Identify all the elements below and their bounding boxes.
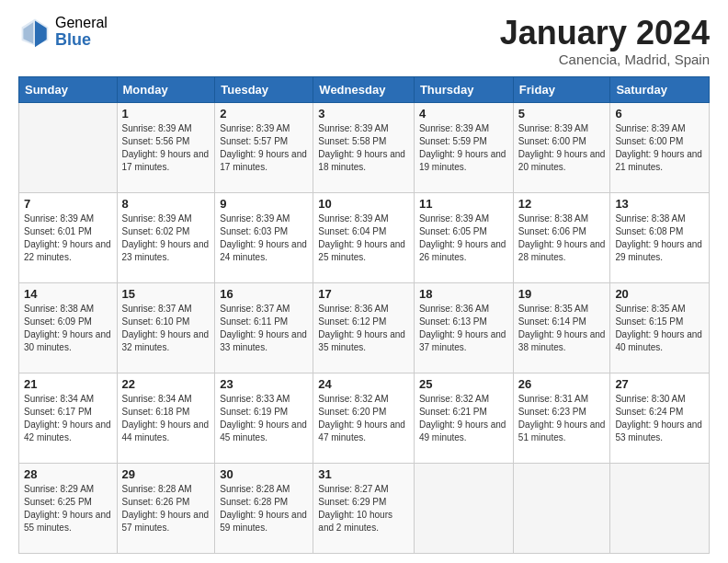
calendar-cell: 27 Sunrise: 8:30 AMSunset: 6:24 PMDaylig… xyxy=(610,373,710,463)
day-number: 28 xyxy=(24,467,112,481)
day-number: 25 xyxy=(419,377,508,391)
weekday-header-friday: Friday xyxy=(513,76,610,102)
calendar-cell: 17 Sunrise: 8:36 AMSunset: 6:12 PMDaylig… xyxy=(313,282,415,373)
calendar-cell: 14 Sunrise: 8:38 AMSunset: 6:09 PMDaylig… xyxy=(19,282,118,373)
day-number: 3 xyxy=(318,107,409,121)
day-info: Sunrise: 8:36 AMSunset: 6:13 PMDaylight:… xyxy=(419,304,506,352)
day-number: 23 xyxy=(220,377,308,391)
calendar-cell: 7 Sunrise: 8:39 AMSunset: 6:01 PMDayligh… xyxy=(19,192,118,282)
calendar-cell: 11 Sunrise: 8:39 AMSunset: 6:05 PMDaylig… xyxy=(414,192,513,282)
calendar-week-row: 21 Sunrise: 8:34 AMSunset: 6:17 PMDaylig… xyxy=(19,373,710,463)
day-number: 13 xyxy=(615,197,704,211)
calendar-cell: 19 Sunrise: 8:35 AMSunset: 6:14 PMDaylig… xyxy=(513,282,610,373)
calendar-week-row: 28 Sunrise: 8:29 AMSunset: 6:25 PMDaylig… xyxy=(19,463,710,553)
month-title: January 2024 xyxy=(500,15,710,52)
logo-blue: Blue xyxy=(55,31,108,50)
calendar-cell: 30 Sunrise: 8:28 AMSunset: 6:28 PMDaylig… xyxy=(215,463,313,553)
calendar-cell: 24 Sunrise: 8:32 AMSunset: 6:20 PMDaylig… xyxy=(313,373,415,463)
calendar-table: SundayMondayTuesdayWednesdayThursdayFrid… xyxy=(18,76,710,554)
logo-general: General xyxy=(55,15,108,31)
weekday-header-tuesday: Tuesday xyxy=(215,76,313,102)
logo-text: General Blue xyxy=(55,15,108,49)
day-number: 21 xyxy=(24,377,112,391)
calendar-cell: 31 Sunrise: 8:27 AMSunset: 6:29 PMDaylig… xyxy=(313,463,415,553)
calendar-cell: 21 Sunrise: 8:34 AMSunset: 6:17 PMDaylig… xyxy=(19,373,118,463)
day-info: Sunrise: 8:38 AMSunset: 6:06 PMDaylight:… xyxy=(518,213,606,262)
logo: General Blue xyxy=(18,15,108,49)
day-number: 24 xyxy=(318,377,409,391)
calendar-cell: 29 Sunrise: 8:28 AMSunset: 6:26 PMDaylig… xyxy=(117,463,215,553)
day-info: Sunrise: 8:33 AMSunset: 6:19 PMDaylight:… xyxy=(220,394,307,442)
day-info: Sunrise: 8:39 AMSunset: 5:56 PMDaylight:… xyxy=(122,123,210,172)
day-info: Sunrise: 8:34 AMSunset: 6:17 PMDaylight:… xyxy=(24,394,111,442)
day-info: Sunrise: 8:29 AMSunset: 6:25 PMDaylight:… xyxy=(24,484,111,533)
weekday-header-saturday: Saturday xyxy=(610,76,710,102)
day-info: Sunrise: 8:36 AMSunset: 6:12 PMDaylight:… xyxy=(318,304,405,352)
day-info: Sunrise: 8:39 AMSunset: 6:01 PMDaylight:… xyxy=(24,213,111,262)
day-info: Sunrise: 8:35 AMSunset: 6:15 PMDaylight:… xyxy=(615,304,702,352)
day-info: Sunrise: 8:38 AMSunset: 6:09 PMDaylight:… xyxy=(24,304,111,352)
day-number: 1 xyxy=(122,107,210,121)
day-number: 7 xyxy=(24,197,112,211)
calendar-cell: 26 Sunrise: 8:31 AMSunset: 6:23 PMDaylig… xyxy=(513,373,610,463)
day-number: 31 xyxy=(318,467,409,481)
calendar-cell: 8 Sunrise: 8:39 AMSunset: 6:02 PMDayligh… xyxy=(117,192,215,282)
day-info: Sunrise: 8:32 AMSunset: 6:20 PMDaylight:… xyxy=(318,394,405,442)
day-info: Sunrise: 8:34 AMSunset: 6:18 PMDaylight:… xyxy=(122,394,210,442)
day-info: Sunrise: 8:39 AMSunset: 6:00 PMDaylight:… xyxy=(615,123,702,172)
day-number: 17 xyxy=(318,287,409,301)
weekday-header-monday: Monday xyxy=(117,76,215,102)
day-info: Sunrise: 8:28 AMSunset: 6:26 PMDaylight:… xyxy=(122,484,210,533)
day-info: Sunrise: 8:39 AMSunset: 5:59 PMDaylight:… xyxy=(419,123,506,172)
day-number: 6 xyxy=(615,107,704,121)
calendar-page: General Blue January 2024 Canencia, Madr… xyxy=(0,0,728,563)
calendar-cell: 5 Sunrise: 8:39 AMSunset: 6:00 PMDayligh… xyxy=(513,102,610,192)
day-number: 9 xyxy=(220,197,308,211)
calendar-cell: 4 Sunrise: 8:39 AMSunset: 5:59 PMDayligh… xyxy=(414,102,513,192)
calendar-cell: 2 Sunrise: 8:39 AMSunset: 5:57 PMDayligh… xyxy=(215,102,313,192)
title-block: January 2024 Canencia, Madrid, Spain xyxy=(500,15,710,67)
calendar-cell: 3 Sunrise: 8:39 AMSunset: 5:58 PMDayligh… xyxy=(313,102,415,192)
day-number: 19 xyxy=(518,287,606,301)
day-info: Sunrise: 8:32 AMSunset: 6:21 PMDaylight:… xyxy=(419,394,506,442)
calendar-week-row: 7 Sunrise: 8:39 AMSunset: 6:01 PMDayligh… xyxy=(19,192,710,282)
calendar-cell: 23 Sunrise: 8:33 AMSunset: 6:19 PMDaylig… xyxy=(215,373,313,463)
calendar-cell xyxy=(19,102,118,192)
calendar-cell: 18 Sunrise: 8:36 AMSunset: 6:13 PMDaylig… xyxy=(414,282,513,373)
day-number: 5 xyxy=(518,107,606,121)
day-info: Sunrise: 8:39 AMSunset: 6:00 PMDaylight:… xyxy=(518,123,606,172)
day-info: Sunrise: 8:35 AMSunset: 6:14 PMDaylight:… xyxy=(518,304,606,352)
day-info: Sunrise: 8:38 AMSunset: 6:08 PMDaylight:… xyxy=(615,213,702,262)
day-number: 14 xyxy=(24,287,112,301)
calendar-week-row: 14 Sunrise: 8:38 AMSunset: 6:09 PMDaylig… xyxy=(19,282,710,373)
calendar-cell: 12 Sunrise: 8:38 AMSunset: 6:06 PMDaylig… xyxy=(513,192,610,282)
day-number: 18 xyxy=(419,287,508,301)
day-number: 2 xyxy=(220,107,308,121)
calendar-cell: 6 Sunrise: 8:39 AMSunset: 6:00 PMDayligh… xyxy=(610,102,710,192)
day-number: 30 xyxy=(220,467,308,481)
day-info: Sunrise: 8:37 AMSunset: 6:11 PMDaylight:… xyxy=(220,304,307,352)
calendar-cell xyxy=(513,463,610,553)
location: Canencia, Madrid, Spain xyxy=(500,52,710,67)
day-info: Sunrise: 8:27 AMSunset: 6:29 PMDaylight:… xyxy=(318,484,392,533)
calendar-cell: 20 Sunrise: 8:35 AMSunset: 6:15 PMDaylig… xyxy=(610,282,710,373)
day-number: 22 xyxy=(122,377,210,391)
day-number: 12 xyxy=(518,197,606,211)
calendar-cell: 22 Sunrise: 8:34 AMSunset: 6:18 PMDaylig… xyxy=(117,373,215,463)
calendar-cell: 1 Sunrise: 8:39 AMSunset: 5:56 PMDayligh… xyxy=(117,102,215,192)
day-number: 10 xyxy=(318,197,409,211)
calendar-cell: 15 Sunrise: 8:37 AMSunset: 6:10 PMDaylig… xyxy=(117,282,215,373)
calendar-cell: 10 Sunrise: 8:39 AMSunset: 6:04 PMDaylig… xyxy=(313,192,415,282)
day-info: Sunrise: 8:31 AMSunset: 6:23 PMDaylight:… xyxy=(518,394,606,442)
day-info: Sunrise: 8:39 AMSunset: 6:04 PMDaylight:… xyxy=(318,213,405,262)
day-number: 27 xyxy=(615,377,704,391)
calendar-cell: 16 Sunrise: 8:37 AMSunset: 6:11 PMDaylig… xyxy=(215,282,313,373)
day-number: 8 xyxy=(122,197,210,211)
day-info: Sunrise: 8:39 AMSunset: 5:58 PMDaylight:… xyxy=(318,123,405,172)
weekday-header-wednesday: Wednesday xyxy=(313,76,415,102)
day-number: 26 xyxy=(518,377,606,391)
calendar-week-row: 1 Sunrise: 8:39 AMSunset: 5:56 PMDayligh… xyxy=(19,102,710,192)
day-info: Sunrise: 8:30 AMSunset: 6:24 PMDaylight:… xyxy=(615,394,702,442)
day-number: 11 xyxy=(419,197,508,211)
day-info: Sunrise: 8:37 AMSunset: 6:10 PMDaylight:… xyxy=(122,304,210,352)
